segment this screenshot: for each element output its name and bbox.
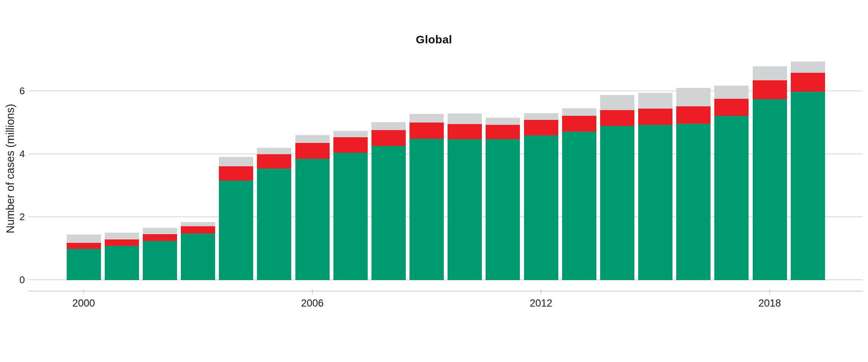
bar-2004-gray-top-segment [219,157,253,166]
bar-2003-red-middle-segment [181,226,215,233]
y-tick-label-2: 2 [2,212,25,222]
bar-2005-green-bottom-segment [257,169,291,280]
bar-2010-gray-top-segment [448,114,482,124]
bar-2014-red-middle-segment [600,110,634,126]
bar-2007-green-bottom-segment [333,153,368,280]
bar-2015-green-bottom-segment [638,125,672,280]
bar-2017-gray-top-segment [714,86,749,99]
bar-2018-red-middle-segment [753,80,787,99]
bar-2012-gray-top-segment [524,113,558,120]
bar-2015-red-middle-segment [638,109,672,125]
x-tick-2006 [312,290,313,294]
x-tick-label-2018: 2018 [747,298,792,308]
bar-2013-green-bottom-segment [562,132,596,280]
bar-2008-red-middle-segment [371,130,406,146]
bar-2002-green-bottom-segment [143,241,177,280]
x-tick-2018 [769,290,770,294]
bar-2011-red-middle-segment [486,125,520,139]
bar-2006-gray-top-segment [295,135,330,143]
bar-2006-green-bottom-segment [295,159,330,280]
x-tick-2012 [541,290,541,294]
bar-2016-green-bottom-segment [676,124,711,280]
bar-2007-red-middle-segment [333,137,368,153]
x-tick-label-2012: 2012 [518,298,564,308]
bar-2019-gray-top-segment [791,61,825,73]
bar-2014-gray-top-segment [600,95,634,110]
bar-2000-green-bottom-segment [67,249,101,280]
bar-2010-red-middle-segment [448,124,482,139]
bar-2005-red-middle-segment [257,154,291,169]
bar-2016-red-middle-segment [676,106,711,124]
bar-2008-gray-top-segment [371,122,406,130]
bar-2009-gray-top-segment [410,114,444,123]
bar-2018-gray-top-segment [753,66,787,80]
x-axis-line [29,291,863,291]
y-tick-label-0: 0 [2,275,25,285]
bar-2006-red-middle-segment [295,143,330,159]
bar-2008-green-bottom-segment [371,146,406,280]
bar-2009-green-bottom-segment [410,139,444,280]
bar-2017-green-bottom-segment [714,116,749,280]
bar-2019-green-bottom-segment [791,92,825,280]
bar-2001-green-bottom-segment [105,246,139,280]
bar-2004-green-bottom-segment [219,181,253,280]
bar-2012-green-bottom-segment [524,135,558,280]
bar-2007-gray-top-segment [333,131,368,137]
bar-2012-red-middle-segment [524,120,558,135]
bar-2013-red-middle-segment [562,116,596,132]
chart-title: Global [0,33,868,46]
bar-2001-red-middle-segment [105,239,139,246]
y-tick-label-6: 6 [2,86,25,96]
bar-2011-gray-top-segment [486,118,520,125]
bar-2003-green-bottom-segment [181,233,215,280]
bar-2003-gray-top-segment [181,222,215,226]
bar-2001-gray-top-segment [105,233,139,239]
x-tick-label-2000: 2000 [61,298,106,308]
bar-2010-green-bottom-segment [448,139,482,280]
bar-2000-red-middle-segment [67,243,101,249]
bar-2000-gray-top-segment [67,235,101,243]
bar-2004-red-middle-segment [219,166,253,181]
bar-2002-red-middle-segment [143,234,177,241]
bar-2009-red-middle-segment [410,123,444,139]
bar-2015-gray-top-segment [638,93,672,109]
chart-figure: Global Number of cases (millions) 024620… [0,0,868,362]
bar-2014-green-bottom-segment [600,126,634,280]
y-tick-label-4: 4 [2,149,25,159]
bar-2005-gray-top-segment [257,148,291,154]
bar-2019-red-middle-segment [791,73,825,91]
x-tick-label-2006: 2006 [290,298,335,308]
bar-2018-green-bottom-segment [753,99,787,280]
bar-2017-red-middle-segment [714,99,749,116]
x-tick-2000 [83,290,84,294]
bar-2011-green-bottom-segment [486,139,520,280]
bar-2002-gray-top-segment [143,228,177,234]
bar-2013-gray-top-segment [562,108,596,116]
bar-2016-gray-top-segment [676,88,711,106]
